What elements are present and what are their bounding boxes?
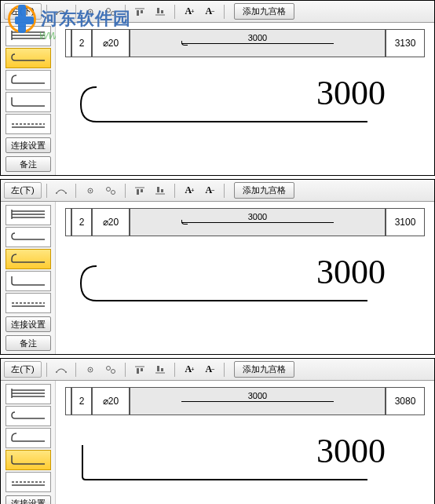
separator <box>224 363 225 377</box>
shape-hook-u-button[interactable] <box>5 227 51 247</box>
separator <box>174 184 175 198</box>
toolbar: 左(下) A+ A− 添加九宫格 <box>1 1 434 23</box>
panel-body: 连接设置 备注 2 ⌀20 3000 3130 3000 <box>1 23 434 175</box>
rebar-preview: 3000 <box>65 65 425 136</box>
align-bottom-icon[interactable] <box>151 183 170 199</box>
panel-body: 连接设置 备注 2 ⌀20 3000 3080 3000 <box>1 381 434 504</box>
spec-total[interactable]: 3100 <box>386 208 425 236</box>
spec-edge <box>65 29 71 57</box>
align-bottom-icon[interactable] <box>151 4 170 20</box>
svg-rect-8 <box>141 10 143 13</box>
svg-point-40 <box>107 366 111 370</box>
shape-dashed-button[interactable] <box>5 114 51 134</box>
spec-row: 2 ⌀20 3000 3080 <box>65 387 425 415</box>
rebar-panel: 左(下) A+ A− 添加九宫格 连接设置 备注 2 ⌀20 <box>0 179 435 355</box>
svg-point-4 <box>107 8 111 12</box>
add-grid-button[interactable]: 添加九宫格 <box>234 3 294 20</box>
position-label[interactable]: 左(下) <box>4 361 42 378</box>
gear-icon[interactable] <box>81 4 100 20</box>
main-length-value: 3000 <box>130 212 385 221</box>
shape-hook-down-button[interactable] <box>5 92 51 112</box>
spec-edge <box>65 208 71 236</box>
spec-main-length[interactable]: 3000 <box>130 29 386 57</box>
connect-settings-button[interactable]: 连接设置 <box>5 316 51 332</box>
svg-rect-29 <box>161 189 163 192</box>
rebar-preview: 3000 <box>65 244 425 315</box>
rebar-panel: 左(下) A+ A− 添加九宫格 连接设置 备注 2 ⌀20 <box>0 0 435 176</box>
mini-bar-icon <box>181 43 334 44</box>
panel-body: 连接设置 备注 2 ⌀20 3000 3100 3000 <box>1 202 434 354</box>
gears-icon[interactable] <box>101 4 120 20</box>
align-top-icon[interactable] <box>130 362 149 378</box>
svg-rect-46 <box>157 366 159 371</box>
gears-icon[interactable] <box>101 362 120 378</box>
spec-main-length[interactable]: 3000 <box>130 208 386 236</box>
shape-dashed-button[interactable] <box>5 293 51 313</box>
note-button[interactable]: 备注 <box>5 156 51 172</box>
position-label[interactable]: 左(下) <box>4 3 42 20</box>
sidebar: 连接设置 备注 <box>1 23 56 175</box>
spec-diameter[interactable]: ⌀20 <box>92 29 130 57</box>
position-label[interactable]: 左(下) <box>4 182 42 199</box>
svg-point-5 <box>111 11 115 15</box>
font-decrease-button[interactable]: A− <box>200 4 219 20</box>
font-decrease-button[interactable]: A− <box>200 183 219 199</box>
gear-icon[interactable] <box>81 183 100 199</box>
svg-point-1 <box>65 13 67 15</box>
separator <box>46 184 47 198</box>
spec-count[interactable]: 2 <box>71 387 92 415</box>
spec-count[interactable]: 2 <box>71 29 92 57</box>
note-button[interactable]: 备注 <box>5 335 51 351</box>
toolbar: 左(下) A+ A− 添加九宫格 <box>1 359 434 381</box>
spec-total[interactable]: 3080 <box>386 387 425 415</box>
gears-icon[interactable] <box>101 183 120 199</box>
svg-point-37 <box>65 371 67 373</box>
spec-diameter[interactable]: ⌀20 <box>92 387 130 415</box>
separator <box>75 184 76 198</box>
shape-hook-down-button[interactable] <box>5 271 51 291</box>
shape-hook-single-button[interactable] <box>5 70 51 90</box>
shape-multi-line-button[interactable] <box>5 384 51 404</box>
connect-settings-button[interactable]: 连接设置 <box>5 495 51 504</box>
sidebar: 连接设置 备注 <box>1 202 56 354</box>
canvas: 2 ⌀20 3000 3080 3000 <box>56 381 434 504</box>
font-increase-button[interactable]: A+ <box>180 4 199 20</box>
svg-rect-43 <box>137 368 139 374</box>
arc-icon[interactable] <box>52 362 71 378</box>
shape-hook-single-button[interactable] <box>5 428 51 448</box>
shape-hook-u-button[interactable] <box>5 48 51 68</box>
mini-bar-icon <box>181 401 334 402</box>
font-decrease-button[interactable]: A− <box>200 362 219 378</box>
spec-row: 2 ⌀20 3000 3100 <box>65 208 425 236</box>
separator <box>224 5 225 19</box>
connect-settings-button[interactable]: 连接设置 <box>5 137 51 153</box>
shape-hook-single-button[interactable] <box>5 249 51 269</box>
add-grid-button[interactable]: 添加九宫格 <box>234 182 294 199</box>
font-increase-button[interactable]: A+ <box>180 183 199 199</box>
separator <box>125 184 126 198</box>
arc-icon[interactable] <box>52 183 71 199</box>
spec-main-length[interactable]: 3000 <box>130 387 386 415</box>
spec-count[interactable]: 2 <box>71 208 92 236</box>
align-top-icon[interactable] <box>130 183 149 199</box>
svg-point-23 <box>111 190 115 194</box>
shape-hook-u-button[interactable] <box>5 406 51 426</box>
font-increase-button[interactable]: A+ <box>180 362 199 378</box>
shape-hook-down-button[interactable] <box>5 450 51 470</box>
align-bottom-icon[interactable] <box>151 362 170 378</box>
svg-rect-10 <box>157 8 159 13</box>
rebar-preview: 3000 <box>65 423 425 494</box>
gear-icon[interactable] <box>81 362 100 378</box>
rebar-length-label: 3000 <box>316 73 386 113</box>
svg-point-21 <box>90 190 91 192</box>
shape-multi-line-button[interactable] <box>5 205 51 225</box>
rebar-length-label: 3000 <box>316 252 386 292</box>
sidebar: 连接设置 备注 <box>1 381 56 504</box>
spec-diameter[interactable]: ⌀20 <box>92 208 130 236</box>
align-top-icon[interactable] <box>130 4 149 20</box>
spec-total[interactable]: 3130 <box>386 29 425 57</box>
shape-dashed-button[interactable] <box>5 472 51 492</box>
arc-icon[interactable] <box>52 4 71 20</box>
add-grid-button[interactable]: 添加九宫格 <box>234 361 294 378</box>
svg-point-41 <box>111 369 115 373</box>
